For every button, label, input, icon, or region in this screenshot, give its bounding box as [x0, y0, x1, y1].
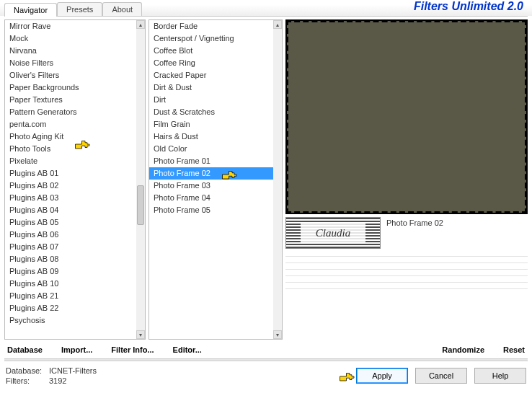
list-item[interactable]: Paper Backgrounds — [5, 81, 136, 94]
list-item[interactable]: Plugins AB 02 — [5, 180, 136, 192]
list-item[interactable]: Plugins AB 01 — [5, 167, 136, 180]
reset-button[interactable]: Reset — [502, 344, 526, 356]
category-scrollbar[interactable]: ▴ ▾ — [136, 20, 145, 339]
list-item[interactable]: Coffee Blot — [149, 45, 273, 57]
filter-scrollbar[interactable]: ▴ ▾ — [273, 20, 282, 339]
list-item[interactable]: Dirt — [149, 94, 273, 106]
list-item[interactable]: Plugins AB 21 — [5, 290, 136, 302]
list-item[interactable]: Pattern Generators — [5, 106, 136, 118]
list-item[interactable]: Photo Aging Kit — [5, 131, 136, 143]
list-item[interactable]: Coffee Ring — [149, 57, 273, 69]
list-item[interactable]: Photo Frame 02 — [149, 167, 273, 180]
list-item[interactable]: Plugins AB 06 — [5, 229, 136, 241]
parameter-area — [285, 249, 528, 340]
list-item[interactable]: Hairs & Dust — [149, 131, 273, 143]
preset-thumbnail-label: Claudia — [286, 218, 380, 248]
randomize-button[interactable]: Randomize — [440, 344, 486, 356]
filters-label: Filters: — [6, 376, 49, 386]
list-item[interactable]: Psychosis — [5, 314, 136, 327]
editor-button[interactable]: Editor... — [172, 344, 203, 356]
filter-info-button[interactable]: Filter Info... — [110, 344, 155, 356]
list-item[interactable]: Noise Filters — [5, 57, 136, 69]
database-label: Database: — [6, 366, 49, 376]
list-item[interactable]: Old Color — [149, 143, 273, 155]
list-item[interactable]: Pixelate — [5, 155, 136, 167]
import-button[interactable]: Import... — [60, 344, 94, 356]
scroll-up-icon[interactable]: ▴ — [136, 20, 145, 29]
list-item[interactable]: penta.com — [5, 118, 136, 131]
filter-preview — [285, 19, 528, 214]
list-item[interactable]: Photo Frame 04 — [149, 192, 273, 204]
list-item[interactable]: Photo Frame 03 — [149, 180, 273, 192]
list-item[interactable]: Plugins AB 03 — [5, 192, 136, 204]
database-value: ICNET-Filters — [49, 366, 97, 376]
list-item[interactable]: Plugins AB 22 — [5, 302, 136, 314]
pointer-icon — [339, 369, 356, 384]
filters-value: 3192 — [49, 376, 66, 386]
scroll-up-icon[interactable]: ▴ — [273, 20, 282, 29]
list-item[interactable]: Plugins AB 04 — [5, 204, 136, 216]
cancel-button[interactable]: Cancel — [415, 368, 467, 384]
list-item[interactable]: Oliver's Filters — [5, 69, 136, 81]
help-button[interactable]: Help — [474, 368, 526, 384]
list-item[interactable]: Film Grain — [149, 118, 273, 131]
apply-button[interactable]: Apply — [356, 368, 408, 384]
category-list[interactable]: Mirror RaveMockNirvanaNoise FiltersOlive… — [4, 19, 146, 340]
filter-list[interactable]: Border FadeCenterspot / VignettingCoffee… — [148, 19, 283, 340]
scroll-down-icon[interactable]: ▾ — [273, 330, 282, 339]
list-item[interactable]: Mock — [5, 32, 136, 45]
list-item[interactable]: Plugins AB 05 — [5, 216, 136, 229]
list-item[interactable]: Plugins AB 09 — [5, 265, 136, 278]
tab-navigator[interactable]: Navigator — [4, 3, 57, 17]
list-item[interactable]: Plugins AB 10 — [5, 278, 136, 290]
list-item[interactable]: Paper Textures — [5, 94, 136, 106]
list-item[interactable]: Centerspot / Vignetting — [149, 32, 273, 45]
list-item[interactable]: Plugins AB 08 — [5, 253, 136, 265]
list-item[interactable]: Photo Frame 01 — [149, 155, 273, 167]
scroll-thumb[interactable] — [137, 185, 144, 224]
preset-thumbnail[interactable]: Claudia — [285, 217, 381, 249]
tab-about[interactable]: About — [102, 2, 142, 16]
list-item[interactable]: Dirt & Dust — [149, 81, 273, 94]
list-item[interactable]: Mirror Rave — [5, 20, 136, 32]
preset-name: Photo Frame 02 — [386, 217, 528, 227]
tabstrip: Navigator Presets About — [4, 1, 142, 16]
status-info: Database: ICNET-Filters Filters: 3192 — [6, 366, 97, 386]
list-item[interactable]: Dust & Scratches — [149, 106, 273, 118]
list-item[interactable]: Plugins AB 07 — [5, 241, 136, 253]
list-item[interactable]: Nirvana — [5, 45, 136, 57]
list-item[interactable]: Border Fade — [149, 20, 273, 32]
database-button[interactable]: Database — [6, 344, 44, 356]
list-item[interactable]: Photo Tools — [5, 143, 136, 155]
tab-presets[interactable]: Presets — [57, 2, 102, 16]
scroll-down-icon[interactable]: ▾ — [136, 330, 145, 339]
list-item[interactable]: Photo Frame 05 — [149, 204, 273, 216]
list-item[interactable]: Cracked Paper — [149, 69, 273, 81]
app-logo: Filters Unlimited 2.0 — [414, 0, 523, 13]
